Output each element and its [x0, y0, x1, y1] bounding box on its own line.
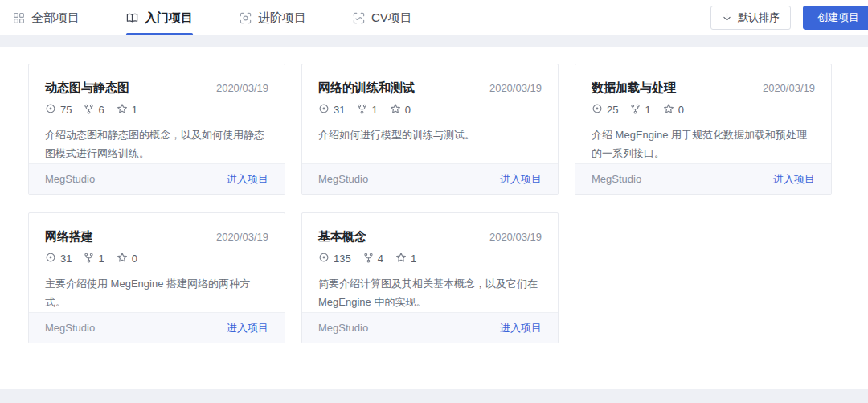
card-body: 网络的训练和测试 2020/03/19 31 1 0: [302, 64, 558, 163]
tab-all-projects[interactable]: 全部项目: [13, 0, 80, 35]
card-body: 网络搭建 2020/03/19 31 1 0: [29, 213, 285, 312]
book-icon: [126, 12, 138, 24]
tab-beginner-projects[interactable]: 入门项目: [126, 0, 193, 35]
card-footer: MegStudio 进入项目: [302, 163, 558, 194]
views-stat: 75: [45, 103, 72, 117]
project-stats: 31 1 0: [45, 252, 268, 265]
card-footer: MegStudio 进入项目: [29, 312, 285, 343]
forks-count: 1: [645, 104, 650, 116]
enter-project-link[interactable]: 进入项目: [500, 321, 542, 335]
project-description: 介绍动态图和静态图的概念，以及如何使用静态图模式进行网络训练。: [45, 125, 268, 162]
default-sort-button[interactable]: 默认排序: [710, 6, 791, 30]
forks-stat: 4: [363, 253, 383, 265]
project-owner: MegStudio: [318, 173, 368, 185]
project-date: 2020/03/19: [489, 231, 542, 243]
views-count: 135: [334, 253, 351, 265]
forks-count: 6: [98, 104, 104, 116]
enter-project-link[interactable]: 进入项目: [500, 172, 542, 187]
fork-icon: [357, 104, 367, 117]
star-icon: [390, 103, 401, 117]
project-date: 2020/03/19: [489, 82, 542, 94]
stars-count: 0: [405, 104, 411, 116]
views-stat: 25: [592, 103, 618, 117]
eye-icon: [318, 103, 330, 117]
create-button-label: 创建项目: [817, 10, 859, 25]
forks-stat: 1: [630, 104, 650, 117]
enter-project-link[interactable]: 进入项目: [227, 321, 268, 335]
project-card[interactable]: 数据加载与处理 2020/03/19 25 1 0: [575, 64, 832, 195]
project-date: 2020/03/19: [216, 82, 268, 94]
project-stats: 75 6 1: [45, 103, 268, 117]
project-card[interactable]: 网络搭建 2020/03/19 31 1 0: [28, 212, 285, 343]
scan-face-icon: [353, 12, 365, 24]
project-title: 数据加载与处理: [592, 80, 676, 96]
eye-icon: [45, 103, 56, 117]
card-body: 动态图与静态图 2020/03/19 75 6 1: [29, 64, 285, 163]
arrow-down-icon: [722, 11, 732, 24]
views-stat: 31: [318, 103, 345, 117]
project-date: 2020/03/19: [216, 231, 268, 243]
tab-label: 进阶项目: [258, 10, 306, 26]
stars-stat: 1: [117, 103, 137, 117]
eye-icon: [318, 252, 330, 265]
stars-stat: 0: [390, 103, 411, 117]
project-title: 网络的训练和测试: [318, 80, 415, 96]
fork-icon: [630, 104, 641, 117]
card-footer: MegStudio 进入项目: [302, 312, 558, 343]
forks-count: 4: [378, 253, 383, 265]
views-stat: 31: [45, 252, 72, 265]
stars-stat: 0: [117, 252, 137, 265]
tab-advanced-projects[interactable]: 进阶项目: [240, 0, 306, 35]
forks-stat: 1: [84, 253, 104, 265]
sort-button-label: 默认排序: [738, 10, 780, 25]
tab-cv-projects[interactable]: CV项目: [353, 0, 412, 35]
views-count: 31: [60, 253, 72, 265]
card-footer: MegStudio 进入项目: [29, 163, 285, 194]
grid-icon: [13, 12, 25, 24]
enter-project-link[interactable]: 进入项目: [227, 172, 268, 187]
project-owner: MegStudio: [318, 322, 368, 334]
views-count: 25: [607, 104, 618, 116]
project-card-grid: 动态图与静态图 2020/03/19 75 6 1: [28, 64, 832, 343]
project-description: 主要介绍使用 MegEngine 搭建网络的两种方式。: [45, 274, 268, 311]
tab-bar: 全部项目 入门项目 进阶项目 CV项目 默认排序: [0, 0, 868, 35]
forks-count: 1: [371, 104, 377, 116]
stars-count: 0: [132, 253, 137, 265]
tab-label: 全部项目: [31, 10, 80, 26]
eye-icon: [592, 103, 603, 117]
forks-count: 1: [98, 253, 104, 265]
card-footer: MegStudio 进入项目: [575, 163, 831, 194]
project-date: 2020/03/19: [763, 82, 815, 94]
project-description: 简要介绍计算图及其相关基本概念，以及它们在 MegEngine 中的实现。: [318, 274, 542, 311]
star-icon: [117, 252, 128, 265]
project-description: 介绍如何进行模型的训练与测试。: [318, 125, 542, 144]
stars-stat: 1: [395, 252, 416, 265]
project-title: 网络搭建: [45, 229, 93, 245]
project-card[interactable]: 动态图与静态图 2020/03/19 75 6 1: [28, 64, 285, 195]
project-card[interactable]: 基本概念 2020/03/19 135 4 1: [301, 212, 559, 343]
project-owner: MegStudio: [45, 173, 95, 185]
project-stats: 25 1 0: [592, 103, 815, 117]
stars-stat: 0: [663, 103, 684, 117]
project-title: 动态图与静态图: [45, 80, 129, 96]
fork-icon: [363, 253, 374, 265]
project-card[interactable]: 网络的训练和测试 2020/03/19 31 1 0: [301, 64, 559, 195]
project-title: 基本概念: [318, 229, 366, 245]
project-tabs: 全部项目 入门项目 进阶项目 CV项目: [13, 0, 412, 35]
tab-label: 入门项目: [145, 10, 193, 26]
project-description: 介绍 MegEngine 用于规范化数据加载和预处理的一系列接口。: [592, 125, 815, 162]
tab-label: CV项目: [371, 10, 412, 26]
create-project-button[interactable]: 创建项目: [803, 6, 868, 30]
star-icon: [395, 252, 407, 265]
card-body: 数据加载与处理 2020/03/19 25 1 0: [575, 64, 831, 163]
project-owner: MegStudio: [592, 173, 641, 185]
views-stat: 135: [318, 252, 351, 265]
scan-target-icon: [240, 12, 252, 24]
project-owner: MegStudio: [45, 322, 95, 334]
project-list-panel: 动态图与静态图 2020/03/19 75 6 1: [0, 47, 868, 389]
stars-count: 1: [132, 104, 137, 116]
enter-project-link[interactable]: 进入项目: [773, 172, 815, 187]
fork-icon: [84, 104, 94, 117]
star-icon: [663, 103, 674, 117]
stars-count: 0: [678, 104, 684, 116]
